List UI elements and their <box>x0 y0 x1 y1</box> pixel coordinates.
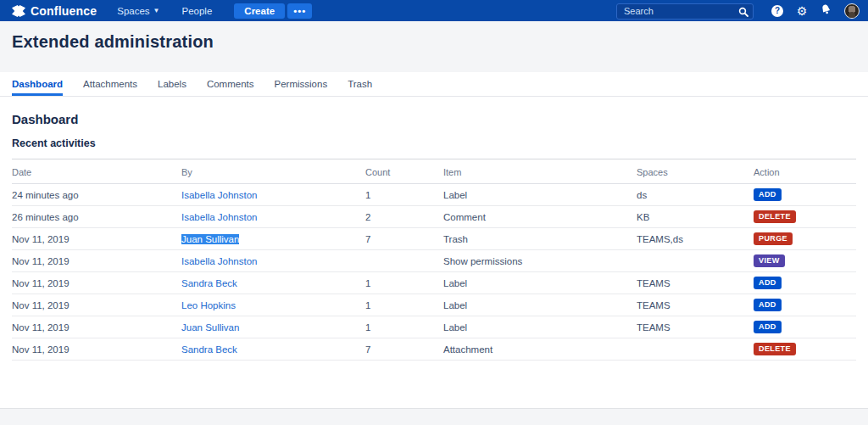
cell-spaces: ds <box>637 184 754 206</box>
user-link[interactable]: Isabella Johnston <box>181 256 258 266</box>
cell-count: 7 <box>365 338 443 361</box>
cell-date: Nov 11, 2019 <box>12 294 181 316</box>
cell-spaces <box>637 338 754 361</box>
cell-spaces <box>637 250 754 272</box>
cell-date: 24 minutes ago <box>12 184 181 206</box>
avatar[interactable] <box>844 3 860 19</box>
table-row: Nov 11, 2019Sandra Beck7AttachmentDELETE <box>12 338 856 361</box>
cell-count: 1 <box>365 184 443 206</box>
nav-spaces[interactable]: Spaces ▼ <box>117 6 159 16</box>
gear-icon[interactable]: ⚙ <box>793 3 810 20</box>
cell-action: DELETE <box>754 338 856 361</box>
cell-count: 2 <box>365 206 443 228</box>
cell-count: 7 <box>365 228 443 250</box>
cell-date: Nov 11, 2019 <box>12 316 181 338</box>
recent-activities-heading: Recent activities <box>12 137 856 149</box>
cell-item: Show permissions <box>443 250 637 272</box>
cell-item: Label <box>443 294 637 316</box>
cell-by: Sandra Beck <box>181 338 365 361</box>
cell-action: PURGE <box>754 228 856 250</box>
cell-date: Nov 11, 2019 <box>12 250 181 272</box>
cell-item: Trash <box>443 228 637 250</box>
cell-by: Isabella Johnston <box>181 250 365 272</box>
chevron-down-icon: ▼ <box>153 7 160 14</box>
search-box <box>616 3 754 19</box>
selected-text: Juan Sullivan <box>181 234 239 244</box>
footer <box>0 408 868 425</box>
cell-spaces: TEAMS <box>637 294 754 316</box>
search-icon[interactable] <box>738 5 748 15</box>
action-badge: DELETE <box>754 343 796 355</box>
tab-dashboard[interactable]: Dashboard <box>12 72 63 96</box>
cell-count <box>365 250 443 272</box>
tab-comments[interactable]: Comments <box>207 72 254 96</box>
column-header-spaces: Spaces <box>637 159 754 184</box>
confluence-logo-icon <box>12 5 25 17</box>
user-link[interactable]: Sandra Beck <box>181 278 237 288</box>
cell-by: Isabella Johnston <box>181 206 365 228</box>
action-badge: ADD <box>754 299 782 311</box>
action-badge: PURGE <box>754 232 793 245</box>
cell-item: Label <box>443 316 637 338</box>
tab-trash[interactable]: Trash <box>348 72 372 96</box>
cell-date: Nov 11, 2019 <box>12 228 181 250</box>
action-badge: ADD <box>754 188 782 201</box>
user-link[interactable]: Sandra Beck <box>181 344 237 355</box>
action-badge: DELETE <box>754 210 796 223</box>
cell-action: ADD <box>754 294 856 316</box>
more-actions-button[interactable]: ••• <box>287 3 312 19</box>
create-button[interactable]: Create <box>234 3 285 19</box>
tab-attachments[interactable]: Attachments <box>83 72 137 96</box>
tab-labels[interactable]: Labels <box>158 72 186 96</box>
cell-spaces: TEAMS,ds <box>637 228 754 250</box>
column-header-date: Date <box>12 159 181 184</box>
table-header-row: DateByCountItemSpacesAction <box>12 159 856 184</box>
confluence-logo[interactable]: Confluence <box>12 4 97 18</box>
cell-count: 1 <box>365 316 443 338</box>
table-row: Nov 11, 2019Sandra Beck1LabelTEAMSADD <box>12 272 856 294</box>
cell-date: 26 minutes ago <box>12 206 181 228</box>
tab-permissions[interactable]: Permissions <box>275 72 328 96</box>
cell-action: VIEW <box>754 250 856 272</box>
cell-by: Isabella Johnston <box>181 184 365 206</box>
table-row: Nov 11, 2019Juan Sullivan1LabelTEAMSADD <box>12 316 856 338</box>
column-header-count: Count <box>365 159 443 184</box>
cell-date: Nov 11, 2019 <box>12 272 181 294</box>
top-navbar: Confluence Spaces ▼ People Create ••• ? … <box>0 0 868 21</box>
cell-count: 1 <box>365 272 443 294</box>
help-icon[interactable]: ? <box>769 3 786 20</box>
cell-by: Sandra Beck <box>181 272 365 294</box>
cell-item: Comment <box>443 206 637 228</box>
page-header: Extended administration <box>0 21 868 72</box>
column-header-by: By <box>181 159 365 184</box>
main-content: Dashboard Recent activities DateByCountI… <box>0 97 868 408</box>
cell-spaces: TEAMS <box>637 316 754 338</box>
cell-action: ADD <box>754 272 856 294</box>
table-row: Nov 11, 2019Isabella JohnstonShow permis… <box>12 250 856 272</box>
page-title: Extended administration <box>12 32 856 52</box>
user-link[interactable]: Juan Sullivan <box>181 322 239 333</box>
table-row: Nov 11, 2019Leo Hopkins1LabelTEAMSADD <box>12 294 856 316</box>
cell-by: Juan Sullivan <box>181 316 365 338</box>
bell-icon[interactable] <box>818 3 835 20</box>
search-input[interactable] <box>616 3 754 20</box>
nav-people[interactable]: People <box>182 6 213 16</box>
cell-item: Label <box>443 184 637 206</box>
cell-spaces: TEAMS <box>637 272 754 294</box>
user-link[interactable]: Isabella Johnston <box>181 212 258 222</box>
action-badge: VIEW <box>754 254 785 267</box>
table-row: 26 minutes agoIsabella Johnston2CommentK… <box>12 206 856 228</box>
cell-item: Attachment <box>443 338 637 361</box>
table-row: 24 minutes agoIsabella Johnston1LabeldsA… <box>12 184 856 206</box>
recent-activities-table: DateByCountItemSpacesAction 24 minutes a… <box>12 159 856 361</box>
action-badge: ADD <box>754 321 782 333</box>
cell-spaces: KB <box>637 206 754 228</box>
brand-name: Confluence <box>31 4 97 18</box>
user-link[interactable]: Leo Hopkins <box>181 300 236 310</box>
column-header-item: Item <box>443 159 637 184</box>
cell-action: DELETE <box>754 206 856 228</box>
user-link[interactable]: Isabella Johnston <box>181 190 258 200</box>
column-header-action: Action <box>754 159 856 184</box>
user-link[interactable]: Juan Sullivan <box>181 234 239 244</box>
section-heading: Dashboard <box>12 112 856 126</box>
